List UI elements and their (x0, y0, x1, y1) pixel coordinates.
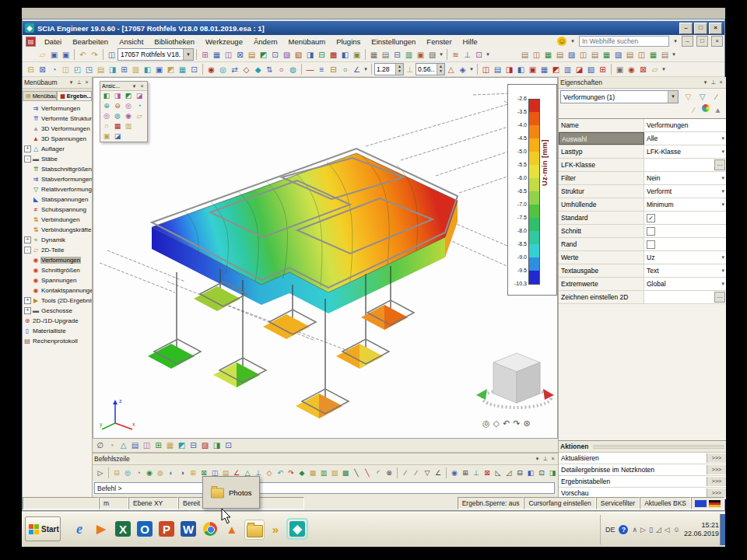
toolbar-icon[interactable]: ◿ (503, 467, 514, 478)
tree-expander-icon[interactable]: + (24, 236, 31, 243)
prop-label[interactable]: Umhüllende (559, 198, 644, 211)
scale-spinner[interactable]: 0.56..▲▼ (416, 63, 445, 75)
prop-value[interactable] (644, 225, 726, 237)
chevron-down-icon[interactable]: ▾ (131, 83, 138, 89)
prop-value[interactable]: ✓ (644, 212, 726, 224)
taskbar-app-outlook[interactable]: O (135, 520, 154, 538)
toolbar-icon[interactable]: ◨ (503, 64, 515, 75)
prop-value[interactable]: … (644, 291, 726, 303)
toolbar-icon[interactable]: ▤ (492, 64, 503, 75)
toolbar-icon[interactable]: ╲ (351, 467, 362, 478)
battery-icon[interactable]: ▯ (649, 526, 653, 534)
filter-flash-icon[interactable]: ▽ (696, 91, 708, 103)
toolbar-icon[interactable]: ◇ (264, 467, 275, 478)
smiley-icon[interactable]: ☺ (673, 526, 680, 534)
menu-item-hilfe[interactable]: Hilfe (458, 36, 483, 47)
toolbar-icon[interactable]: ◐ (166, 467, 177, 478)
toolbar-icon[interactable]: ◨ (211, 439, 223, 451)
toolbar-icon[interactable]: ▦ (112, 121, 123, 131)
menu-item-werkzeuge[interactable]: Werkzeuge (200, 36, 248, 47)
toolbar-icon[interactable]: ▨ (329, 467, 340, 478)
toolbar-icon[interactable]: ◨ (112, 91, 123, 101)
prop-label[interactable]: LFK-Klasse (559, 159, 644, 171)
toolbar-icon[interactable]: ⊟ (316, 49, 328, 61)
prop-label[interactable]: Standard (559, 212, 644, 224)
action-item[interactable]: Detailergebnisse im Netzknoten>>> (559, 464, 726, 476)
toolbar-icon[interactable]: ⊡ (473, 49, 485, 61)
toolbar-icon[interactable]: ▨ (566, 49, 577, 61)
toolbar-icon[interactable]: ▦ (177, 64, 188, 75)
open-folder-icon[interactable]: ▱ (37, 49, 48, 61)
toolbar-icon[interactable]: ▦ (542, 49, 554, 61)
command-input[interactable]: Befehl > (94, 482, 555, 494)
print-preview-icon[interactable]: ▤ (380, 49, 391, 61)
toolbar-icon[interactable]: ⊞ (188, 467, 198, 478)
tree-item[interactable]: ⊕2D-/1D-Upgrade (23, 316, 92, 326)
toolbar-icon[interactable]: ▦ (601, 49, 612, 61)
toolbar-icon[interactable]: ◫ (531, 49, 542, 61)
toolbar-icon[interactable]: ◎ (217, 64, 229, 75)
property-set-combobox[interactable]: Verformungen (1) ▾ (560, 90, 679, 103)
toolbar-icon[interactable]: ▥ (123, 121, 134, 131)
model-viewport[interactable]: Ansic... ▾× ◧◨◩◪⊕⊖◎◔◎◍◉▱○▦▥▣◪ Uz-min [mm… (93, 77, 558, 439)
toolbar-icon[interactable]: ◉ (449, 467, 460, 478)
toolbar-icon[interactable]: ▣ (527, 64, 538, 75)
toolbar-icon[interactable]: ◈ (457, 64, 468, 75)
prop-value[interactable]: Uz▾ (644, 251, 726, 264)
prop-label[interactable]: Auswahl (559, 132, 644, 145)
tree-item[interactable]: -▱2D-Teile (23, 245, 92, 255)
prop-label[interactable]: Extremwerte (559, 278, 644, 290)
toolbar-icon[interactable]: ◍ (287, 64, 299, 75)
status-cell[interactable]: Aktuelles BKS (640, 497, 691, 509)
prop-label[interactable]: Textausgabe (559, 264, 644, 277)
toolbar-icon[interactable]: ◑ (177, 467, 188, 478)
ellipsis-button[interactable]: … (714, 159, 725, 170)
toolbar-icon[interactable]: ◍ (155, 467, 166, 478)
navigation-cube[interactable] (473, 347, 556, 415)
tray-expand-icon[interactable]: ∧ (632, 526, 637, 534)
panel-close-icon[interactable]: × (83, 79, 90, 86)
save-all-icon[interactable]: ▣ (60, 49, 72, 61)
tree-item[interactable]: ◣Stabspannungen (23, 194, 92, 205)
toolbar-icon[interactable]: ▤ (624, 49, 636, 61)
panel-dropdown-icon[interactable]: ▾ (702, 79, 709, 86)
toolbar-icon[interactable]: ⊡ (269, 49, 281, 61)
toolbar-icon[interactable]: ○ (101, 121, 112, 131)
toolbar-icon[interactable]: ▤ (589, 49, 601, 61)
toolbar-icon[interactable]: ◫ (60, 64, 72, 75)
tree-expander-icon[interactable]: + (24, 307, 31, 314)
chevron-down-icon[interactable]: ▾ (721, 175, 724, 181)
toolbar-icon[interactable]: ◔ (48, 64, 60, 75)
toolbar-icon[interactable]: ◨ (107, 64, 118, 75)
toolbar-icon[interactable]: ▣ (153, 64, 165, 75)
toolbar-icon[interactable]: ⊖ (112, 101, 123, 111)
toolbar-icon[interactable]: ▦ (211, 49, 223, 61)
panel-close-icon[interactable]: × (717, 79, 724, 86)
tree-item[interactable]: -▬Stäbe (23, 154, 92, 164)
undo-icon[interactable]: ↶ (77, 49, 89, 61)
toolbar-icon[interactable]: ◪ (112, 131, 123, 142)
toolbar-icon[interactable]: ○ (339, 64, 351, 75)
toolbar-icon[interactable]: ▽ (422, 467, 433, 478)
toolbar-icon[interactable]: ⊥ (404, 64, 416, 75)
scale-spinner[interactable]: 1.28▲▼ (374, 63, 404, 75)
prop-value[interactable]: Nein▾ (644, 172, 726, 184)
toolbar-icon[interactable]: ◍ (112, 111, 123, 121)
filter-icon[interactable]: ▽ (682, 91, 694, 103)
toolbar-icon[interactable]: ⊠ (234, 49, 246, 61)
tree-item[interactable]: ▯Materialliste (23, 326, 92, 336)
toolbar-icon[interactable]: ∕ (411, 467, 422, 478)
action-expand-button[interactable]: >>> (707, 453, 726, 463)
orbit-right-icon[interactable]: ↷ (513, 418, 520, 429)
close-icon[interactable]: × (139, 83, 146, 89)
network-icon[interactable]: ◿ (656, 526, 661, 534)
toolbar-icon[interactable]: ∕ (400, 467, 411, 478)
settings-gear-icon[interactable]: ⊛ (524, 418, 531, 429)
chevron-down-icon[interactable]: ▾ (721, 135, 724, 142)
gallery-icon[interactable]: ▨ (426, 49, 438, 61)
chevron-down-icon[interactable]: ▾ (721, 201, 724, 208)
chevron-down-icon[interactable]: ▾ (721, 188, 724, 194)
toolbar-icon[interactable]: ◔ (106, 439, 117, 451)
prop-value[interactable]: LFK-Klasse▾ (644, 145, 726, 158)
tree-item[interactable]: ◉Schnittgrößen (23, 265, 92, 275)
